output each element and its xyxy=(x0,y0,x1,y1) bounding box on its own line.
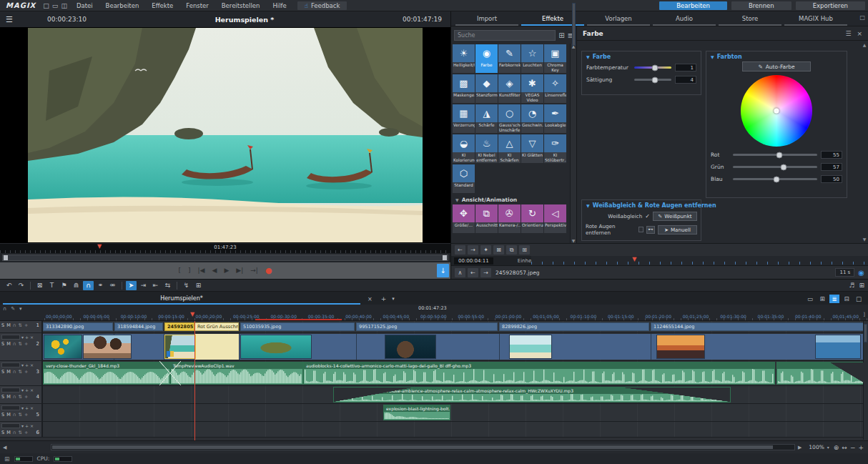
bearbeiten-button[interactable]: Bearbeiten xyxy=(659,1,727,10)
duration-badge[interactable]: 11 s xyxy=(835,268,854,277)
magnet-icon[interactable]: ∩ xyxy=(83,281,94,290)
scroll-down-icon[interactable]: ▼ xyxy=(863,237,867,242)
timeline-clip[interactable]: 995171525.jpeg xyxy=(356,322,498,331)
timeline-mode-icon[interactable]: ≣ xyxy=(829,295,839,303)
add-project-icon[interactable]: + xyxy=(381,295,387,305)
paste-button[interactable]: ⊞ xyxy=(519,245,530,255)
track-name-field[interactable] xyxy=(1,362,20,367)
effect-tile-ki-gl-tten[interactable]: ▽KI Glätten xyxy=(521,134,543,163)
blau-slider[interactable] xyxy=(733,178,817,180)
mark-out-button[interactable]: ] xyxy=(188,267,191,274)
gruen-slider[interactable] xyxy=(733,166,817,168)
menu-effekte[interactable]: Effekte xyxy=(145,2,179,9)
next-object-button[interactable]: → xyxy=(480,268,491,277)
lock-icon[interactable]: ∩ xyxy=(13,341,16,347)
tab-import[interactable]: Import xyxy=(455,15,518,26)
delete-button[interactable]: ⊠ xyxy=(493,245,504,255)
slider-thumb[interactable] xyxy=(780,164,786,170)
audio-clip[interactable]: audioblocks-14-collettivo-armonico-carlo… xyxy=(303,362,775,385)
horizontal-scrollbar[interactable] xyxy=(51,444,795,450)
effect-tile-vegas-video-stab[interactable]: ✱VEGAS Video Stab… xyxy=(521,74,543,103)
timeline-clip[interactable]: 1124655144.jpeg xyxy=(651,322,867,331)
add-icon[interactable]: + xyxy=(24,430,28,435)
detail-scrollbar[interactable]: ▲▼ xyxy=(862,42,867,242)
audio-clip[interactable]: audioblocks-forest-birds-close-ambience-… xyxy=(333,387,731,403)
effect-tile-farbe[interactable]: ◉Farbe xyxy=(475,44,498,73)
scroll-right-icon[interactable]: ▶ xyxy=(798,445,802,450)
close-track-icon[interactable]: × xyxy=(30,362,34,367)
mute-button[interactable]: M xyxy=(6,369,11,375)
effect-tile-maskenge[interactable]: ▩Maskenge… xyxy=(453,74,475,103)
jump-start-button[interactable]: |◀ xyxy=(198,267,205,274)
slider-thumb[interactable] xyxy=(774,176,780,182)
clip-thumbnail-couple[interactable] xyxy=(83,335,132,359)
panel-menu-icon[interactable]: ☰ xyxy=(845,30,851,37)
crossfade-handle[interactable] xyxy=(159,361,181,385)
window-icon[interactable]: □ xyxy=(854,295,864,303)
timeline-clip[interactable]: 82899826.jpeg xyxy=(499,322,649,331)
fade-in-handle[interactable] xyxy=(334,388,413,402)
effects-section-header[interactable]: ▼ Ansicht/Animation xyxy=(453,194,570,204)
move-track-icon[interactable]: ⇅ xyxy=(19,322,22,328)
exportieren-button[interactable]: Exportieren xyxy=(796,1,865,10)
clip-thumbnail-shore[interactable] xyxy=(509,335,552,359)
mini-ruler-playhead-icon[interactable]: ▼ xyxy=(97,244,102,250)
razor-icon[interactable]: ⋒ xyxy=(71,281,82,290)
keyframe-playhead-icon[interactable]: ▼ xyxy=(632,256,636,262)
zoom-level[interactable]: 100% xyxy=(809,444,824,450)
slider-value[interactable]: 1 xyxy=(675,64,696,71)
effect-tile-geschwin[interactable]: ◔Geschwin… xyxy=(521,104,543,133)
effect-tile-verzerrung[interactable]: ▦Verzerrung xyxy=(453,104,475,133)
effect-tile-sch-rfe[interactable]: ◮Schärfe xyxy=(475,104,498,133)
preview-scroll-range[interactable] xyxy=(0,253,450,262)
selected-clip-region[interactable] xyxy=(194,334,239,360)
effect-tile-kamera[interactable]: ✇Kamera-/… xyxy=(498,204,521,233)
weissabgleich-group-header[interactable]: ▼ Weißabgleich & Rote Augen entfernen xyxy=(582,200,701,209)
effect-tile-gr-e[interactable]: ✥Größe/… xyxy=(453,204,475,233)
lock-icon[interactable]: ∩ xyxy=(13,394,16,400)
track-name-field[interactable] xyxy=(1,423,20,428)
track-lane-1[interactable]: 313342890.jpeg318594844.jpeg245928057.jp… xyxy=(43,321,868,332)
hamburger-menu-icon[interactable]: ☰ xyxy=(6,15,17,24)
lock-icon[interactable]: ∩ xyxy=(3,306,6,312)
scroll-down-icon[interactable]: ▼ xyxy=(572,238,576,243)
search-input[interactable] xyxy=(454,30,556,41)
add-icon[interactable]: + xyxy=(24,369,28,375)
back-button[interactable]: ← xyxy=(455,245,465,255)
close-track-icon[interactable]: × xyxy=(30,335,34,340)
group-icon[interactable]: ⚭ xyxy=(95,281,106,290)
zoom-fit-icon[interactable]: ⊕ xyxy=(834,444,839,451)
effect-tile-linsenrefle[interactable]: ✧Linsenrefle… xyxy=(544,74,566,103)
clip-thumbnail-sunset[interactable] xyxy=(656,335,705,359)
lock-icon[interactable]: ∩ xyxy=(13,412,16,418)
prev-object-button[interactable]: ← xyxy=(468,268,478,277)
effect-tile-lookabgle[interactable]: ✒Lookabgle… xyxy=(544,104,566,133)
color-wheel-cursor[interactable] xyxy=(774,109,779,114)
menu-datei[interactable]: Datei xyxy=(70,2,99,9)
ungroup-icon[interactable]: ⚮ xyxy=(107,281,118,290)
slider-thumb[interactable] xyxy=(651,76,658,83)
scroll-up-icon[interactable]: ▲ xyxy=(863,42,867,47)
chevron-down-icon[interactable]: ▾ xyxy=(21,405,24,410)
export-arrow-button[interactable]: ↓ xyxy=(437,264,449,277)
scroll-left-icon[interactable]: ◀ xyxy=(3,445,6,450)
menu-hilfe[interactable]: Hilfe xyxy=(266,2,292,9)
timeline-clip[interactable]: 510035935.jpeg xyxy=(240,322,355,331)
manuell-button[interactable]: ➤ Manuell xyxy=(658,225,697,235)
timeline-clip[interactable]: 318594844.jpeg xyxy=(114,322,163,331)
collapse-button[interactable]: ∧ xyxy=(455,268,465,277)
mute-button[interactable]: M xyxy=(6,341,11,347)
solo-button[interactable]: S xyxy=(1,394,4,400)
menu-bereitstellen[interactable]: Bereitstellen xyxy=(215,2,267,9)
edit-icon[interactable]: ✎ xyxy=(11,306,15,312)
weisspunkt-button[interactable]: ✎ Weißpunkt xyxy=(653,212,697,221)
mark-in-button[interactable]: [ xyxy=(179,267,182,274)
undo-icon[interactable]: ↶ xyxy=(4,281,14,290)
slider-thumb[interactable] xyxy=(776,152,782,158)
solo-button[interactable]: S xyxy=(1,341,4,347)
track-lane-4[interactable]: audioblocks-forest-birds-close-ambience-… xyxy=(43,386,868,403)
fade-out-handle[interactable] xyxy=(830,362,866,384)
save-icon[interactable]: ◫ xyxy=(61,2,67,9)
move-track-icon[interactable]: ⇅ xyxy=(19,341,22,347)
forward-button[interactable]: → xyxy=(468,245,478,255)
